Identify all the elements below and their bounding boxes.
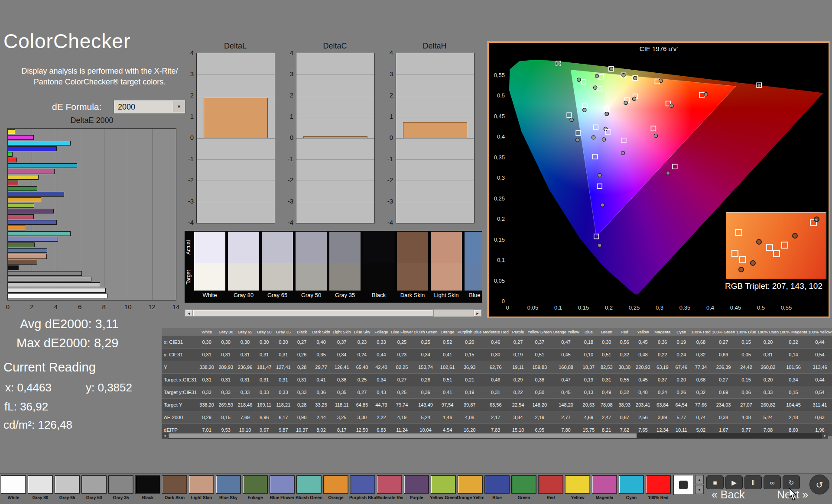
patch-button[interactable] <box>243 475 268 494</box>
patch-down-button[interactable]: ▼ <box>695 485 704 494</box>
play-icon[interactable]: ▶ <box>725 475 743 489</box>
chevron-down-icon[interactable]: ▼ <box>173 101 185 112</box>
actual-swatch <box>465 232 482 263</box>
reading-cdm2: cd/m²: 126,48 <box>3 418 72 432</box>
patch-button[interactable] <box>135 475 160 494</box>
patch-button[interactable] <box>511 475 536 494</box>
deltae-bar <box>8 220 57 225</box>
patch-button[interactable] <box>377 475 402 494</box>
column-header: Yellow Green <box>527 328 552 336</box>
patch-button-label: Yellow <box>564 495 591 500</box>
y-axis-tick: 2 <box>182 91 194 99</box>
patch-button[interactable] <box>81 475 107 494</box>
patch-button[interactable] <box>323 475 348 494</box>
cie-x-tick: 0,45 <box>730 304 741 311</box>
deltae-bar <box>8 175 39 180</box>
patch-button[interactable] <box>28 475 53 494</box>
table-row: Target y:CIE310,330,330,330,330,330,330,… <box>162 386 832 399</box>
current-patch-preview[interactable] <box>673 475 693 495</box>
cie-y-tick: 0,5 <box>489 92 505 99</box>
deltae-bar <box>8 271 82 276</box>
patch-button[interactable] <box>431 475 456 494</box>
y-axis-tick: 0 <box>282 134 293 141</box>
back-button[interactable]: « Back <box>712 488 744 501</box>
patch-button[interactable] <box>216 475 241 494</box>
deltaC-title: DeltaC <box>296 42 374 51</box>
cie-y-tick: 0 <box>489 298 505 304</box>
reading-fl: fL: 36,92 <box>4 400 48 414</box>
patch-button[interactable] <box>458 475 483 494</box>
patch-button[interactable] <box>619 475 644 494</box>
patch-button[interactable] <box>162 475 187 494</box>
column-header: Light Skin <box>332 328 352 336</box>
deltae-axis-tick: 6 <box>78 303 81 310</box>
de-formula-select[interactable]: 2000 ▼ <box>114 100 185 114</box>
patch-button[interactable] <box>646 475 671 494</box>
cie-panel: CIE 1976 u'v' RGB Triplet: 207, 143, 102… <box>487 41 830 318</box>
patch-up-button[interactable]: ▲ <box>695 475 704 484</box>
inset-measured-point <box>750 260 756 266</box>
page-title: ColorChecker <box>3 29 130 53</box>
patch-button[interactable] <box>1 475 26 494</box>
reset-icon[interactable]: ↺ <box>809 475 829 494</box>
cie-target-point <box>604 106 609 111</box>
swatch-label: Gray 35 <box>329 292 361 298</box>
infinity-icon[interactable]: ∞ <box>764 475 781 489</box>
scroll-right-icon[interactable]: ► <box>822 433 828 439</box>
gridline <box>396 159 474 160</box>
patch-button[interactable] <box>538 475 563 494</box>
cie-x-tick: 0,55 <box>781 304 792 311</box>
deltae-bar <box>8 203 34 208</box>
gridline <box>197 138 275 139</box>
cie-target-point <box>621 138 626 143</box>
patch-button[interactable] <box>189 475 214 494</box>
table-scrollbar[interactable]: ◄ ► <box>162 433 828 439</box>
patch-button[interactable] <box>296 475 322 494</box>
column-header: Purplish Blue <box>457 328 482 336</box>
column-header: Gray 50 <box>255 328 274 336</box>
patch-button[interactable] <box>484 475 510 494</box>
patch-button-label: Blue Sky <box>215 495 242 500</box>
actual-swatch <box>262 232 293 263</box>
cie-x-tick: 0,35 <box>679 304 690 311</box>
scrollbar-thumb[interactable] <box>169 433 637 438</box>
deltae-bar <box>8 248 47 253</box>
deltae-bar <box>8 288 106 293</box>
patch-button[interactable] <box>270 475 295 494</box>
patch-button[interactable] <box>565 475 590 494</box>
patch-button[interactable] <box>350 475 375 494</box>
back-label: Back <box>721 488 745 501</box>
deltaL-bar <box>204 98 268 138</box>
swatch-scrollbar[interactable]: ◄ ► <box>185 309 482 317</box>
patch-button[interactable] <box>592 475 617 494</box>
cie-target-point <box>604 106 609 111</box>
chevron-right-icon: » <box>802 488 808 501</box>
patch-button-label: Yellow Green <box>430 495 457 500</box>
table-row: ΔE 20008,298,157,696,966,170,902,443,253… <box>162 411 832 424</box>
cie-target-point <box>604 106 609 111</box>
patch-button-label: Foliage <box>242 495 269 500</box>
patch-button[interactable] <box>108 475 133 494</box>
y-axis-tick: 2 <box>382 91 393 99</box>
cie-measured-point <box>621 151 624 155</box>
patch-button[interactable] <box>55 475 80 494</box>
rgb-triplet-label: RGB Triplet: 207, 143, 102 <box>725 281 822 291</box>
gridline <box>197 74 275 75</box>
column-header: 100% Green <box>712 328 735 336</box>
cie-x-tick: 0,2 <box>605 304 613 311</box>
de-formula-label: dE Formula: <box>52 102 101 112</box>
patch-button[interactable] <box>404 475 429 494</box>
y-axis-tick: -2 <box>382 176 393 184</box>
cie-measured-point <box>593 86 597 89</box>
pause-icon[interactable]: Ⅱ <box>744 475 762 489</box>
stop-icon[interactable]: ■ <box>706 475 724 489</box>
scroll-left-icon[interactable]: ◄ <box>185 310 193 317</box>
cie-measured-point <box>601 203 604 207</box>
patch-button-label: Dark Skin <box>161 495 188 500</box>
deltae-bar <box>8 181 18 185</box>
mouse-cursor <box>789 488 799 501</box>
inset-measured-point <box>792 233 798 239</box>
scroll-left-icon[interactable]: ◄ <box>162 433 168 439</box>
scroll-right-icon[interactable]: ► <box>474 310 481 317</box>
scrollbar-thumb[interactable] <box>193 310 434 317</box>
